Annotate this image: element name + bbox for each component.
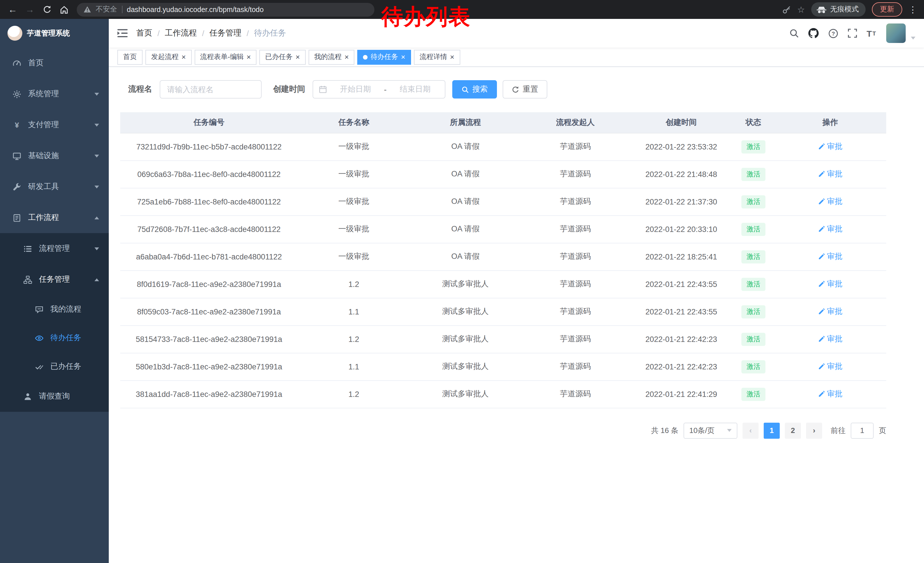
app-logo	[8, 26, 22, 41]
address-bar[interactable]: 不安全 dashboard.yudao.iocoder.cn/bpm/task/…	[77, 3, 374, 17]
tab-close-icon[interactable]: ×	[296, 53, 300, 61]
sidebar-item-label: 首页	[28, 58, 44, 68]
edit-pen-icon	[818, 308, 825, 315]
sidebar-item-workflow[interactable]: 工作流程	[0, 202, 109, 233]
tab-form-edit[interactable]: 流程表单-编辑×	[194, 50, 256, 65]
bookmark-star-icon[interactable]: ☆	[797, 4, 805, 15]
tab-process-detail[interactable]: 流程详情×	[414, 50, 460, 65]
approve-link[interactable]: 审批	[818, 389, 842, 399]
sidebar-item-todo-tasks[interactable]: 待办任务	[0, 324, 109, 352]
approve-link[interactable]: 审批	[818, 362, 842, 372]
cell-status: 激活	[733, 161, 774, 188]
cell-created: 2022-01-21 22:42:23	[630, 325, 733, 353]
sidebar-toggle-icon[interactable]	[117, 29, 128, 38]
tab-close-icon[interactable]: ×	[345, 53, 349, 61]
sidebar-item-process-manage[interactable]: 流程管理	[0, 233, 109, 264]
date-range-picker[interactable]: 开始日期 - 结束日期	[313, 80, 446, 99]
tab-home[interactable]: 首页	[117, 50, 142, 65]
start-date-placeholder[interactable]: 开始日期	[332, 84, 379, 95]
tab-todo-tasks[interactable]: 待办任务×	[357, 50, 411, 65]
sidebar-item-task-manage[interactable]: 任务管理	[0, 264, 109, 295]
forward-icon[interactable]: →	[22, 2, 38, 18]
page-number-button[interactable]: 2	[785, 422, 801, 438]
cell-name: 一级审批	[298, 215, 410, 243]
reset-button[interactable]: 重置	[502, 80, 547, 99]
search-button-icon	[461, 86, 469, 93]
search-icon[interactable]	[789, 29, 798, 38]
cell-action: 审批	[774, 325, 886, 353]
key-icon[interactable]	[782, 5, 791, 14]
tab-label: 发起流程	[151, 52, 178, 62]
screen: ← → 不安全 dashboard.yudao.iocoder.cn/bpm/t…	[0, 0, 924, 563]
approve-link[interactable]: 审批	[818, 279, 842, 289]
tab-done-tasks[interactable]: 已办任务×	[260, 50, 305, 65]
reload-icon[interactable]	[39, 2, 55, 18]
approve-link[interactable]: 审批	[818, 141, 842, 152]
approve-link-label: 审批	[827, 169, 842, 179]
security-label[interactable]: 不安全	[96, 5, 117, 14]
sidebar-item-infrastructure[interactable]: 基础设施	[0, 140, 109, 171]
home-icon[interactable]	[56, 2, 72, 18]
svg-text:?: ?	[831, 30, 835, 36]
tab-close-icon[interactable]: ×	[182, 53, 186, 61]
tabs-bar: 首页发起流程×流程表单-编辑×已办任务×我的流程×待办任务×流程详情×	[109, 48, 924, 67]
status-badge: 激活	[741, 332, 765, 346]
cell-process: OA 请假	[410, 133, 521, 161]
sidebar-item-system[interactable]: 系统管理	[0, 78, 109, 110]
cell-created: 2022-01-21 22:43:55	[630, 270, 733, 298]
approve-link[interactable]: 审批	[818, 224, 842, 234]
cell-process: 测试多审批人	[410, 270, 521, 298]
user-avatar[interactable]	[886, 24, 906, 43]
breadcrumb-item[interactable]: 首页	[136, 28, 152, 38]
tab-start-process[interactable]: 发起流程×	[146, 50, 192, 65]
url-text[interactable]: dashboard.yudao.iocoder.cn/bpm/task/todo	[127, 6, 264, 14]
sidebar-item-done-tasks[interactable]: 已办任务	[0, 352, 109, 381]
font-size-icon[interactable]: TT	[867, 29, 876, 38]
edit-pen-icon	[818, 253, 825, 260]
app-logo-row[interactable]: 芋道管理系统	[0, 19, 109, 48]
cell-created: 2022-01-22 21:48:48	[630, 161, 733, 188]
update-button[interactable]: 更新	[872, 2, 902, 17]
sidebar-item-label: 基础设施	[28, 151, 59, 161]
fullscreen-icon[interactable]	[848, 29, 857, 38]
chrome-menu-icon[interactable]: ⋮	[909, 4, 917, 15]
cell-process: OA 请假	[410, 161, 521, 188]
tab-my-process[interactable]: 我的流程×	[309, 50, 355, 65]
end-date-placeholder[interactable]: 结束日期	[391, 84, 439, 95]
approve-link[interactable]: 审批	[818, 169, 842, 179]
back-icon[interactable]: ←	[4, 2, 21, 18]
tab-close-icon[interactable]: ×	[450, 53, 454, 61]
tools-icon	[12, 182, 21, 191]
search-button[interactable]: 搜索	[452, 80, 497, 99]
sidebar-item-my-process[interactable]: 我的流程	[0, 295, 109, 324]
breadcrumb-item[interactable]: 工作流程	[165, 28, 197, 38]
github-icon[interactable]	[808, 28, 818, 38]
approve-link[interactable]: 审批	[818, 306, 842, 317]
next-page-button[interactable]: ›	[806, 422, 822, 438]
page-number-button[interactable]: 1	[764, 422, 780, 438]
avatar-caret-icon[interactable]	[911, 37, 915, 39]
sidebar-item-dev-tools[interactable]: 研发工具	[0, 171, 109, 202]
approve-link[interactable]: 审批	[818, 251, 842, 262]
cell-process: OA 请假	[410, 215, 521, 243]
cell-action: 审批	[774, 161, 886, 188]
tab-close-icon[interactable]: ×	[246, 53, 251, 61]
process-name-input[interactable]	[160, 80, 262, 99]
goto-page-input[interactable]	[851, 422, 874, 438]
breadcrumb-item[interactable]: 任务管理	[210, 28, 242, 38]
calendar-icon	[319, 86, 327, 93]
edit-pen-icon	[818, 143, 825, 150]
page-size-select[interactable]: 10条/页	[684, 422, 737, 438]
help-icon[interactable]: ?	[828, 29, 838, 38]
breadcrumb: 首页/工作流程/任务管理/待办任务	[136, 28, 286, 38]
cell-created: 2022-01-21 22:43:55	[630, 298, 733, 325]
cell-status: 激活	[733, 215, 774, 243]
sidebar-item-leave-query[interactable]: 请假查询	[0, 381, 109, 412]
sidebar-item-home[interactable]: 首页	[0, 48, 109, 78]
tab-close-icon[interactable]: ×	[401, 53, 405, 61]
approve-link[interactable]: 审批	[818, 334, 842, 344]
prev-page-button[interactable]: ‹	[742, 422, 759, 438]
cell-action: 审批	[774, 188, 886, 215]
sidebar-item-payment[interactable]: ¥支付管理	[0, 110, 109, 140]
approve-link[interactable]: 审批	[818, 197, 842, 207]
